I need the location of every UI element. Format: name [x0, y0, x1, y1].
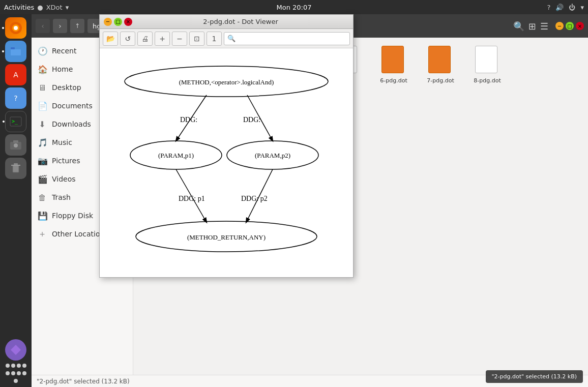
svg-text:DDG:: DDG: [180, 116, 197, 124]
svg-rect-14 [13, 140, 18, 143]
file-item-7pdg[interactable]: 7-pdg.dot [420, 44, 461, 86]
xdot-close-button[interactable]: × [124, 18, 132, 26]
xdot-maximize-button[interactable]: □ [114, 18, 122, 26]
xdot-minimize-button[interactable]: − [104, 18, 112, 26]
svg-point-13 [14, 143, 18, 147]
svg-text:DDG: p1: DDG: p1 [179, 195, 205, 202]
app-name: ● [37, 4, 43, 11]
xdot-reload-button[interactable]: ↺ [120, 32, 135, 46]
svg-text:DDG: p2: DDG: p2 [241, 195, 268, 202]
xdot-print-button[interactable]: 🖨 [137, 32, 153, 46]
xdot-zoom-in-button[interactable]: + [155, 32, 170, 46]
fm-window-controls: − □ × [555, 22, 584, 30]
svg-rect-4 [11, 49, 21, 55]
file-icon-8pdg [475, 46, 499, 76]
sidebar-item-label: Documents [52, 102, 93, 110]
sidebar-item-label: Downloads [52, 120, 91, 128]
floppy-icon: 💾 [38, 211, 47, 221]
sidebar-item-label: Music [52, 138, 72, 146]
xdot-search-box: 🔍 [224, 32, 350, 45]
home-icon: 🏠 [38, 65, 47, 74]
dock-apps-button[interactable] [5, 363, 26, 384]
recent-icon: 🕐 [38, 46, 47, 56]
status-text: "2-pdg.dot" selected (13.2 kB) [37, 378, 130, 385]
sidebar-item-label: Pictures [52, 157, 80, 165]
nav-up-button[interactable]: ↑ [70, 19, 84, 33]
dock-trash[interactable] [5, 158, 26, 179]
topbar-right: ? 🔊 ⏻ ▾ [547, 4, 584, 11]
xdot-title: 2-pdg.dot - Dot Viewer [132, 18, 349, 25]
status-notification-text: "2-pdg.dot" selected (13.2 kB) [492, 373, 577, 380]
topbar: Activities ● XDot ▾ Mon 20:07 ? 🔊 ⏻ ▾ [0, 0, 588, 14]
svg-rect-17 [14, 163, 18, 165]
file-item-6pdg[interactable]: 6-pdg.dot [373, 44, 414, 86]
file-name: 7-pdg.dot [427, 77, 454, 84]
file-name: 6-pdg.dot [380, 77, 407, 84]
svg-text:?: ? [14, 94, 17, 102]
sidebar-item-label: Desktop [52, 83, 81, 92]
maximize-button[interactable]: □ [566, 22, 574, 30]
file-icon-6pdg [381, 46, 406, 76]
graph-svg: DDG: DDG: DDG: p1 DDG: p2 (METHOD,<opera… [105, 53, 348, 272]
sidebar-item-label: Videos [52, 175, 76, 183]
xdot-toolbar: 📂 ↺ 🖨 + − ⊡ 1 🔍 [100, 29, 353, 48]
svg-rect-16 [11, 165, 20, 166]
dock-firefox[interactable] [5, 17, 26, 39]
svg-marker-18 [11, 345, 21, 355]
documents-icon: 📄 [38, 101, 47, 111]
volume-icon[interactable]: 🔊 [555, 4, 564, 11]
svg-text:(METHOD_RETURN,ANY): (METHOD_RETURN,ANY) [187, 233, 266, 241]
file-item-8pdg[interactable]: 8-pdg.dot [467, 44, 508, 86]
music-icon: 🎵 [38, 138, 47, 147]
dock-camera[interactable] [5, 134, 26, 156]
nav-forward-button[interactable]: › [53, 19, 67, 33]
fm-header-icons: 🔍 ⊞ ☰ [513, 21, 548, 32]
svg-text:A: A [13, 71, 18, 79]
dock-files[interactable] [5, 41, 26, 62]
svg-text:>_: >_ [12, 118, 18, 125]
svg-text:DDG:: DDG: [243, 116, 260, 124]
dock-crystal[interactable] [5, 339, 26, 361]
topbar-left: Activities ● XDot ▾ [4, 4, 69, 11]
power-icon[interactable]: ⏻ [569, 4, 575, 11]
main-area: A ? >_ ‹ › ↑ hgf [0, 14, 588, 387]
svg-rect-5 [11, 47, 15, 49]
close-button[interactable]: × [576, 22, 584, 30]
xdot-titlebar: − □ × 2-pdg.dot - Dot Viewer [100, 15, 353, 29]
xdot-fit-button[interactable]: ⊡ [189, 32, 204, 46]
settings-dropdown-icon[interactable]: ▾ [580, 4, 584, 11]
downloads-icon: ⬇ [38, 120, 47, 129]
xdot-zoom-out-button[interactable]: − [172, 32, 187, 46]
xdot-reset-zoom-button[interactable]: 1 [207, 32, 222, 46]
fm-menu-icon[interactable]: ☰ [540, 21, 548, 32]
sidebar-item-label: Floppy Disk [52, 212, 93, 220]
dock-software[interactable]: A [5, 64, 26, 85]
status-notification: "2-pdg.dot" selected (13.2 kB) [486, 370, 583, 383]
svg-text:(METHOD,<operator>.logicalAnd): (METHOD,<operator>.logicalAnd) [179, 78, 274, 86]
svg-point-2 [14, 26, 18, 30]
fm-search-icon[interactable]: 🔍 [513, 21, 524, 32]
help-icon: ? [547, 4, 551, 11]
file-icon-7pdg [428, 46, 453, 76]
nav-back-button[interactable]: ‹ [36, 19, 50, 33]
app-dropdown-icon[interactable]: ▾ [66, 4, 69, 11]
xdot-window-controls: − □ × [104, 18, 132, 26]
fm-view-icon[interactable]: ⊞ [528, 21, 536, 32]
clock: Mon 20:07 [276, 4, 311, 11]
app-indicator: XDot [46, 4, 63, 11]
xdot-canvas[interactable]: DDG: DDG: DDG: p1 DDG: p2 (METHOD,<opera… [100, 48, 353, 277]
activities-button[interactable]: Activities [4, 4, 34, 11]
trash-icon: 🗑 [38, 193, 47, 202]
svg-text:(PARAM,p2): (PARAM,p2) [255, 152, 290, 159]
dock-help[interactable]: ? [5, 87, 26, 109]
sidebar-item-label: Home [52, 65, 73, 73]
desktop-icon: 🖥 [38, 83, 47, 93]
dock-terminal[interactable]: >_ [5, 111, 26, 132]
xdot-search-icon: 🔍 [227, 35, 236, 42]
svg-rect-15 [13, 165, 19, 172]
minimize-button[interactable]: − [555, 22, 564, 30]
pictures-icon: 📷 [38, 156, 47, 166]
svg-text:(PARAM,p1): (PARAM,p1) [158, 152, 194, 159]
add-location-icon: + [38, 230, 47, 238]
xdot-open-button[interactable]: 📂 [103, 32, 118, 46]
